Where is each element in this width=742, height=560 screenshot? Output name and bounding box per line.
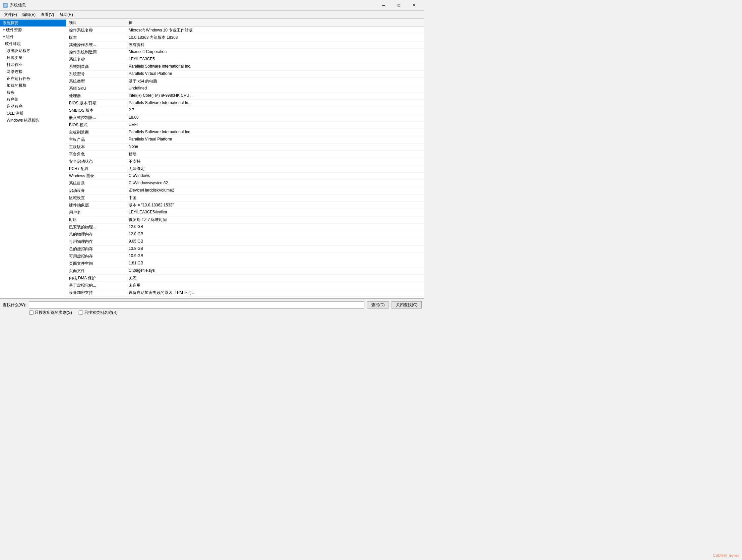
table-cell-name: 其他操作系统... — [66, 42, 126, 49]
table-cell-value: 没有资料 — [126, 42, 424, 49]
tree-item-services[interactable]: 服务 — [0, 89, 66, 96]
table-cell-name: 可用物理内存 — [66, 238, 126, 245]
table-cell-name: BIOS 版本/日期 — [66, 100, 126, 107]
table-cell-name: Windows 目录 — [66, 173, 126, 180]
close-find-button[interactable]: 关闭查找(C) — [391, 301, 422, 309]
find-button[interactable]: 查找(D) — [367, 301, 389, 309]
tree-item-ole-reg[interactable]: OLE 注册 — [0, 110, 66, 117]
tree-item-print-jobs[interactable]: 打印作业 — [0, 61, 66, 68]
main-content: 系统摘要 + 硬件资源 + 组件 - 软件环境 系统驱动程序 环境变量 打印作业… — [0, 18, 424, 298]
title-bar-left: 系统信息 — [3, 2, 26, 8]
checkbox-category-names-input[interactable] — [78, 311, 83, 315]
table-cell-value: 关闭 — [126, 275, 424, 282]
table-cell-value: 未启用 — [126, 282, 424, 289]
table-cell-value: Parallels Software International Inc. — [126, 129, 424, 136]
table-cell-name: 总的虚拟内存 — [66, 245, 126, 253]
table-row: 系统制造商Parallels Software International In… — [66, 63, 424, 70]
checkbox-selected-category[interactable]: 只搜索所选的类别(S) — [29, 310, 72, 316]
table-cell-name: SMBIOS 版本 — [66, 107, 126, 114]
table-cell-name: 系统名称 — [66, 56, 126, 63]
table-cell-value: 不支持 — [126, 158, 424, 165]
tree-item-components[interactable]: + 组件 — [0, 34, 66, 41]
tree-item-program-groups[interactable]: 程序组 — [0, 96, 66, 103]
tree-item-running-tasks[interactable]: 正在运行任务 — [0, 75, 66, 82]
table-cell-value: 版本 = "10.0.18362.1533" — [126, 202, 424, 209]
table-row: 页面文件C:\pagefile.sys — [66, 267, 424, 275]
close-button[interactable]: ✕ — [407, 0, 422, 11]
table-cell-value: 俄罗斯 TZ 7 标准时间 — [126, 216, 424, 224]
table-row: 系统 SKUUndefined — [66, 85, 424, 93]
table-cell-value: 无法绑定 — [126, 165, 424, 173]
table-cell-name: 页面文件 — [66, 267, 126, 275]
table-row: 主板制造商Parallels Software International In… — [66, 129, 424, 136]
tree-item-sys-drivers[interactable]: 系统驱动程序 — [0, 47, 66, 54]
menu-file[interactable]: 文件(F) — [1, 11, 19, 18]
table-cell-name: PCR7 配置 — [66, 165, 126, 173]
table-row: 系统名称LEYILEA3CE5 — [66, 56, 424, 63]
table-cell-name: 主板制造商 — [66, 129, 126, 136]
table-cell-value: UEFI — [126, 122, 424, 129]
table-cell-value: 1.81 GB — [126, 260, 424, 267]
table-cell-name: 平台角色 — [66, 151, 126, 158]
tree-item-system-summary[interactable]: 系统摘要 — [0, 19, 66, 26]
table-cell-value: 2.7 — [126, 107, 424, 114]
table-row: 主板产品Parallels Virtual Platform — [66, 136, 424, 144]
minimize-button[interactable]: ─ — [376, 0, 391, 11]
table-cell-value: 12.0 GB — [126, 224, 424, 231]
search-label: 查找什么(W): — [3, 302, 26, 308]
svg-rect-3 — [4, 6, 6, 7]
table-cell-name: 内核 DMA 保护 — [66, 275, 126, 282]
checkbox-selected-category-label: 只搜索所选的类别(S) — [35, 310, 72, 316]
table-cell-value: 设备自动加密失败的原因: TPM 不可... — [126, 289, 424, 296]
table-row: 已安装的物理...12.0 GB — [66, 224, 424, 231]
table-cell-name: 操作系统制造商 — [66, 49, 126, 56]
table-cell-name: 系统制造商 — [66, 63, 126, 70]
table-cell-name: 基于虚拟化的... — [66, 282, 126, 289]
table-cell-name: 嵌入式控制器... — [66, 114, 126, 122]
checkbox-category-names[interactable]: 只搜索类别名称(R) — [78, 310, 118, 316]
table-row: SMBIOS 版本2.7 — [66, 107, 424, 114]
tree-item-windows-errors[interactable]: Windows 错误报告 — [0, 117, 66, 124]
table-row: 基于虚拟化的...未启用 — [66, 282, 424, 289]
checkbox-selected-category-input[interactable] — [29, 311, 34, 315]
checkboxes-row: 只搜索所选的类别(S) 只搜索类别名称(R) — [3, 310, 422, 316]
table-row: 系统目录C:\Windows\system32 — [66, 180, 424, 187]
menu-help[interactable]: 帮助(H) — [57, 11, 75, 18]
table-cell-value: Intel(R) Core(TM) i9-9980HK CPU ... — [126, 93, 424, 100]
table-row: 硬件抽象层版本 = "10.0.18362.1533" — [66, 202, 424, 209]
tree-item-startup-programs[interactable]: 启动程序 — [0, 103, 66, 110]
table-row: 时区俄罗斯 TZ 7 标准时间 — [66, 216, 424, 224]
tree-item-env-vars[interactable]: 环境变量 — [0, 54, 66, 61]
menu-bar: 文件(F) 编辑(E) 查看(V) 帮助(H) — [0, 11, 424, 18]
tree-item-loaded-modules[interactable]: 加载的模块 — [0, 82, 66, 89]
maximize-button[interactable]: □ — [391, 0, 407, 11]
table-cell-value: C:\Windows — [126, 173, 424, 180]
table-row: 操作系统名称Microsoft Windows 10 专业工作站版 — [66, 27, 424, 34]
table-cell-value: C:\pagefile.sys — [126, 267, 424, 275]
table-row: BIOS 版本/日期Parallels Software Internation… — [66, 100, 424, 107]
table-cell-value: C:\Windows\system32 — [126, 180, 424, 187]
table-row: 可用虚拟内存10.9 GB — [66, 253, 424, 260]
svg-rect-2 — [4, 5, 7, 6]
tree-item-hardware-resources[interactable]: + 硬件资源 — [0, 26, 66, 34]
menu-view[interactable]: 查看(V) — [38, 11, 57, 18]
table-cell-name: 系统型号 — [66, 70, 126, 78]
title-bar: 系统信息 ─ □ ✕ — [0, 0, 424, 11]
table-cell-value: LEYILEA3CE5 — [126, 56, 424, 63]
bottom-bar: 查找什么(W): 查找(D) 关闭查找(C) 只搜索所选的类别(S) 只搜索类别… — [0, 298, 424, 318]
col-header-value: 值 — [126, 19, 424, 27]
table-row: 处理器Intel(R) Core(TM) i9-9980HK CPU ... — [66, 93, 424, 100]
search-input[interactable] — [29, 301, 364, 309]
table-row: 系统类型基于 x64 的电脑 — [66, 78, 424, 85]
table-row: PCR7 配置无法绑定 — [66, 165, 424, 173]
tree-item-software-env[interactable]: - 软件环境 — [0, 41, 66, 47]
table-cell-name: 用户名 — [66, 209, 126, 216]
search-row: 查找什么(W): 查找(D) 关闭查找(C) — [3, 301, 422, 309]
checkbox-category-names-label: 只搜索类别名称(R) — [84, 310, 118, 316]
tree-item-network-conns[interactable]: 网络连接 — [0, 68, 66, 75]
table-cell-name: 安全启动状态 — [66, 158, 126, 165]
table-row: 版本10.0.18363 内部版本 18363 — [66, 34, 424, 42]
menu-edit[interactable]: 编辑(E) — [19, 11, 38, 18]
table-row: 用户名LEYILEA3CE5\leyilea — [66, 209, 424, 216]
table-cell-value: None — [126, 144, 424, 151]
